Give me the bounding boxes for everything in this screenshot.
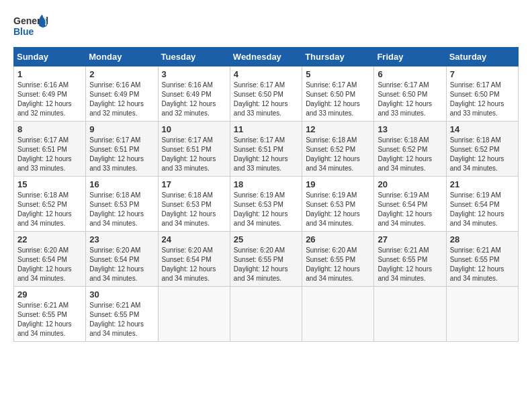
day-info: Sunrise: 6:16 AM Sunset: 6:49 PM Dayligh… xyxy=(17,81,82,118)
calendar-day-cell: 10 Sunrise: 6:17 AM Sunset: 6:51 PM Dayl… xyxy=(158,122,230,177)
day-of-week-header: Friday xyxy=(374,48,446,66)
day-info: Sunrise: 6:17 AM Sunset: 6:51 PM Dayligh… xyxy=(17,136,82,173)
day-number: 28 xyxy=(450,234,515,244)
day-info: Sunrise: 6:19 AM Sunset: 6:54 PM Dayligh… xyxy=(378,191,442,228)
calendar-day-cell: 2 Sunrise: 6:16 AM Sunset: 6:49 PM Dayli… xyxy=(86,66,158,122)
calendar-day-cell: 13 Sunrise: 6:18 AM Sunset: 6:52 PM Dayl… xyxy=(374,122,446,177)
day-info: Sunrise: 6:21 AM Sunset: 6:55 PM Dayligh… xyxy=(89,301,154,338)
calendar-week-row: 1 Sunrise: 6:16 AM Sunset: 6:49 PM Dayli… xyxy=(14,66,519,122)
day-info: Sunrise: 6:20 AM Sunset: 6:54 PM Dayligh… xyxy=(89,246,154,283)
page-header: General Blue xyxy=(13,13,519,40)
calendar-day-cell: 30 Sunrise: 6:21 AM Sunset: 6:55 PM Dayl… xyxy=(86,287,158,342)
calendar-day-cell: 9 Sunrise: 6:17 AM Sunset: 6:51 PM Dayli… xyxy=(86,122,158,177)
calendar-day-cell: 20 Sunrise: 6:19 AM Sunset: 6:54 PM Dayl… xyxy=(374,177,446,232)
day-info: Sunrise: 6:20 AM Sunset: 6:55 PM Dayligh… xyxy=(234,246,298,283)
day-info: Sunrise: 6:19 AM Sunset: 6:54 PM Dayligh… xyxy=(450,191,515,228)
day-of-week-header: Saturday xyxy=(446,48,518,66)
day-number: 17 xyxy=(162,179,226,189)
day-of-week-header: Monday xyxy=(86,48,158,66)
day-number: 13 xyxy=(378,124,442,134)
day-number: 7 xyxy=(450,69,515,79)
day-info: Sunrise: 6:20 AM Sunset: 6:54 PM Dayligh… xyxy=(17,246,82,283)
day-number: 30 xyxy=(89,289,154,300)
day-info: Sunrise: 6:17 AM Sunset: 6:50 PM Dayligh… xyxy=(378,81,442,118)
day-number: 20 xyxy=(378,179,442,189)
day-info: Sunrise: 6:17 AM Sunset: 6:50 PM Dayligh… xyxy=(450,81,515,118)
day-info: Sunrise: 6:19 AM Sunset: 6:53 PM Dayligh… xyxy=(234,191,298,228)
day-number: 2 xyxy=(89,69,154,79)
day-info: Sunrise: 6:18 AM Sunset: 6:53 PM Dayligh… xyxy=(89,191,154,228)
calendar-header-row: SundayMondayTuesdayWednesdayThursdayFrid… xyxy=(14,48,519,66)
calendar-day-cell: 1 Sunrise: 6:16 AM Sunset: 6:49 PM Dayli… xyxy=(14,66,86,122)
day-number: 12 xyxy=(306,124,370,134)
day-info: Sunrise: 6:17 AM Sunset: 6:50 PM Dayligh… xyxy=(234,81,298,118)
calendar-day-cell: 17 Sunrise: 6:18 AM Sunset: 6:53 PM Dayl… xyxy=(158,177,230,232)
calendar-day-cell: 16 Sunrise: 6:18 AM Sunset: 6:53 PM Dayl… xyxy=(86,177,158,232)
calendar-day-cell: 11 Sunrise: 6:17 AM Sunset: 6:51 PM Dayl… xyxy=(230,122,302,177)
day-number: 3 xyxy=(162,69,226,79)
day-number: 11 xyxy=(234,124,298,134)
day-of-week-header: Sunday xyxy=(14,48,86,66)
day-number: 1 xyxy=(17,69,82,79)
day-number: 4 xyxy=(234,69,298,79)
day-of-week-header: Tuesday xyxy=(158,48,230,66)
calendar-day-cell: 5 Sunrise: 6:17 AM Sunset: 6:50 PM Dayli… xyxy=(302,66,374,122)
day-info: Sunrise: 6:21 AM Sunset: 6:55 PM Dayligh… xyxy=(378,246,442,283)
day-number: 27 xyxy=(378,234,442,244)
calendar-day-cell xyxy=(446,287,518,342)
day-number: 19 xyxy=(306,179,370,189)
day-info: Sunrise: 6:17 AM Sunset: 6:51 PM Dayligh… xyxy=(89,136,154,173)
calendar-day-cell: 4 Sunrise: 6:17 AM Sunset: 6:50 PM Dayli… xyxy=(230,66,302,122)
day-info: Sunrise: 6:18 AM Sunset: 6:53 PM Dayligh… xyxy=(162,191,226,228)
calendar-day-cell: 27 Sunrise: 6:21 AM Sunset: 6:55 PM Dayl… xyxy=(374,232,446,287)
day-number: 5 xyxy=(306,69,370,79)
day-info: Sunrise: 6:18 AM Sunset: 6:52 PM Dayligh… xyxy=(17,191,82,228)
calendar-day-cell: 23 Sunrise: 6:20 AM Sunset: 6:54 PM Dayl… xyxy=(86,232,158,287)
calendar-day-cell xyxy=(302,287,374,342)
calendar-day-cell xyxy=(374,287,446,342)
day-info: Sunrise: 6:18 AM Sunset: 6:52 PM Dayligh… xyxy=(378,136,442,173)
calendar-day-cell: 21 Sunrise: 6:19 AM Sunset: 6:54 PM Dayl… xyxy=(446,177,518,232)
calendar-day-cell xyxy=(230,287,302,342)
calendar-day-cell: 7 Sunrise: 6:17 AM Sunset: 6:50 PM Dayli… xyxy=(446,66,518,122)
calendar-day-cell: 28 Sunrise: 6:21 AM Sunset: 6:55 PM Dayl… xyxy=(446,232,518,287)
calendar-day-cell: 24 Sunrise: 6:20 AM Sunset: 6:54 PM Dayl… xyxy=(158,232,230,287)
day-info: Sunrise: 6:20 AM Sunset: 6:55 PM Dayligh… xyxy=(306,246,370,283)
calendar-day-cell: 22 Sunrise: 6:20 AM Sunset: 6:54 PM Dayl… xyxy=(14,232,86,287)
day-number: 24 xyxy=(162,234,226,244)
day-info: Sunrise: 6:19 AM Sunset: 6:53 PM Dayligh… xyxy=(306,191,370,228)
day-info: Sunrise: 6:17 AM Sunset: 6:50 PM Dayligh… xyxy=(306,81,370,118)
day-number: 29 xyxy=(17,289,82,300)
calendar-week-row: 22 Sunrise: 6:20 AM Sunset: 6:54 PM Dayl… xyxy=(14,232,519,287)
day-number: 22 xyxy=(17,234,82,244)
day-info: Sunrise: 6:17 AM Sunset: 6:51 PM Dayligh… xyxy=(234,136,298,173)
day-number: 16 xyxy=(89,179,154,189)
calendar-day-cell xyxy=(158,287,230,342)
calendar-day-cell: 15 Sunrise: 6:18 AM Sunset: 6:52 PM Dayl… xyxy=(14,177,86,232)
day-info: Sunrise: 6:20 AM Sunset: 6:54 PM Dayligh… xyxy=(162,246,226,283)
day-number: 8 xyxy=(17,124,82,134)
logo: General Blue xyxy=(13,13,50,40)
calendar-day-cell: 26 Sunrise: 6:20 AM Sunset: 6:55 PM Dayl… xyxy=(302,232,374,287)
calendar-day-cell: 19 Sunrise: 6:19 AM Sunset: 6:53 PM Dayl… xyxy=(302,177,374,232)
day-number: 6 xyxy=(378,69,442,79)
day-info: Sunrise: 6:17 AM Sunset: 6:51 PM Dayligh… xyxy=(162,136,226,173)
calendar-day-cell: 14 Sunrise: 6:18 AM Sunset: 6:52 PM Dayl… xyxy=(446,122,518,177)
logo-icon: General Blue xyxy=(13,13,50,40)
day-number: 21 xyxy=(450,179,515,189)
calendar-week-row: 15 Sunrise: 6:18 AM Sunset: 6:52 PM Dayl… xyxy=(14,177,519,232)
day-number: 15 xyxy=(17,179,82,189)
day-of-week-header: Wednesday xyxy=(230,48,302,66)
calendar-day-cell: 25 Sunrise: 6:20 AM Sunset: 6:55 PM Dayl… xyxy=(230,232,302,287)
calendar-day-cell: 6 Sunrise: 6:17 AM Sunset: 6:50 PM Dayli… xyxy=(374,66,446,122)
day-info: Sunrise: 6:16 AM Sunset: 6:49 PM Dayligh… xyxy=(162,81,226,118)
calendar-day-cell: 29 Sunrise: 6:21 AM Sunset: 6:55 PM Dayl… xyxy=(14,287,86,342)
day-number: 9 xyxy=(89,124,154,134)
day-number: 18 xyxy=(234,179,298,189)
day-number: 26 xyxy=(306,234,370,244)
day-info: Sunrise: 6:18 AM Sunset: 6:52 PM Dayligh… xyxy=(450,136,515,173)
calendar-day-cell: 3 Sunrise: 6:16 AM Sunset: 6:49 PM Dayli… xyxy=(158,66,230,122)
day-of-week-header: Thursday xyxy=(302,48,374,66)
calendar-day-cell: 8 Sunrise: 6:17 AM Sunset: 6:51 PM Dayli… xyxy=(14,122,86,177)
calendar-day-cell: 12 Sunrise: 6:18 AM Sunset: 6:52 PM Dayl… xyxy=(302,122,374,177)
